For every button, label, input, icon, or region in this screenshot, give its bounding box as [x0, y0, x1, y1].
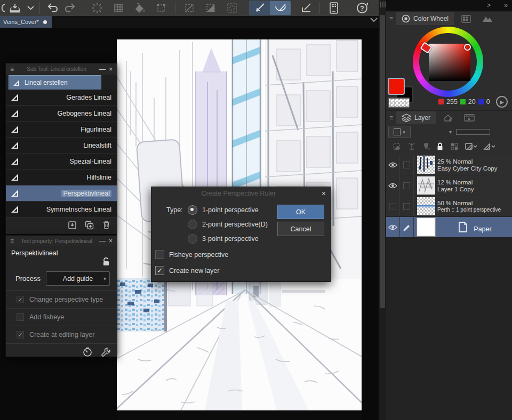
tab-layer[interactable]: Layer — [396, 111, 436, 124]
menu-icon[interactable]: ≡ — [10, 66, 14, 72]
panel-drag-handle[interactable] — [380, 2, 386, 7]
checkbox-checked-icon[interactable]: ✓ — [17, 331, 24, 338]
expand-panel-icon[interactable]: > — [487, 2, 491, 9]
visible-eye-icon[interactable] — [388, 224, 397, 230]
help-icon[interactable]: ? — [351, 1, 373, 15]
blur-filter-icon[interactable] — [86, 1, 108, 15]
ruler-range-icon[interactable] — [483, 142, 495, 151]
radio-3-point[interactable]: 3-point perspective — [188, 234, 259, 244]
chevron-down-icon[interactable] — [25, 1, 36, 15]
mesh-filter-icon[interactable] — [108, 1, 129, 15]
subtool-item[interactable]: Hilfslinie — [6, 169, 117, 185]
tab-close-dot-icon[interactable] — [43, 20, 47, 24]
tab-timeline[interactable] — [460, 111, 478, 124]
bucket-fill-icon[interactable] — [129, 1, 150, 15]
checkbox-checked-icon[interactable]: ✓ — [155, 266, 164, 275]
enable-mask-icon[interactable] — [465, 142, 477, 151]
layer-select-checkbox[interactable] — [403, 203, 410, 210]
deselect-icon[interactable] — [179, 1, 200, 15]
cancel-button[interactable]: Cancel — [277, 222, 324, 236]
layer-select-checkbox[interactable] — [403, 161, 410, 168]
subtool-tab-lineal-erstellen[interactable]: Lineal erstellen — [9, 75, 101, 90]
dialog-titlebar[interactable]: Create Perspective Ruler × — [151, 187, 330, 200]
checkbox-unchecked-icon[interactable] — [155, 250, 164, 259]
fisheye-perspective-checkbox-row[interactable]: Fisheye perspective — [155, 250, 228, 259]
duplicate-subtool-icon[interactable] — [85, 221, 94, 230]
snap-to-perspective-icon[interactable] — [296, 1, 316, 15]
tab-color-mixing[interactable] — [478, 12, 497, 25]
layer-row-perth-1-point-perspective[interactable]: 50 %Normal Perth :: 1 point perspective — [386, 196, 512, 217]
tool-property-titlebar[interactable]: ≡ Tool property: Perspektivlineal — × — [6, 236, 117, 246]
opacity-slider[interactable] — [456, 129, 490, 135]
transform-frame-icon[interactable] — [150, 1, 172, 15]
blend-mode-dropdown[interactable]: ▾ — [449, 129, 452, 135]
invert-selection-icon[interactable] — [200, 1, 221, 15]
hidden-eye-placeholder[interactable] — [389, 203, 396, 210]
delete-subtool-icon[interactable] — [102, 221, 110, 230]
close-icon[interactable]: × — [109, 238, 113, 244]
select-border-icon[interactable] — [221, 1, 243, 15]
option-create-at-editing-layer[interactable]: ✓ Create at editing layer — [6, 326, 117, 344]
layer-row-paper-selected[interactable]: Paper — [386, 217, 512, 238]
clip-to-layer-icon[interactable] — [393, 142, 401, 150]
pin-opacity-icon[interactable]: % — [422, 142, 430, 150]
layer-thumbnail[interactable] — [417, 176, 435, 195]
radio-unselected-icon[interactable] — [188, 234, 197, 244]
import-subtool-icon[interactable] — [68, 221, 77, 230]
wrench-settings-icon[interactable] — [101, 347, 110, 357]
radio-1-point[interactable]: 1-point perspective — [188, 205, 259, 215]
subtool-item[interactable]: Gebogenes Lineal — [6, 106, 117, 122]
tab-color-wheel[interactable]: Color Wheel — [396, 12, 454, 25]
subtool-item[interactable]: Linealstift — [6, 138, 117, 154]
brush-shape-combo[interactable]: ▾ — [388, 126, 411, 138]
radio-2-point[interactable]: 2-point perspective(D) — [188, 220, 268, 229]
radio-unselected-icon[interactable] — [188, 220, 197, 229]
layer-row-layer-1-copy[interactable]: 12 %Normal Layer 1 Copy — [386, 175, 512, 196]
subtool-item[interactable]: Symmetrisches Lineal — [6, 201, 117, 217]
option-change-perspective-type[interactable]: ✓ Change perspective type — [6, 291, 117, 309]
reset-all-icon[interactable] — [83, 347, 92, 357]
subtool-item[interactable]: Figurlineal — [6, 122, 117, 138]
visible-eye-icon[interactable] — [388, 183, 397, 189]
layer-row-easy-cyber-city-copy[interactable]: 25 %Normal Easy Cyber City Copy — [386, 155, 512, 175]
checkbox-checked-icon[interactable]: ✓ — [17, 296, 24, 303]
process-dropdown[interactable]: Add guide ▾ — [46, 271, 110, 286]
radio-selected-icon[interactable] — [188, 205, 197, 215]
panel-scrollbar-thumb[interactable] — [380, 15, 385, 308]
companion-mode-icon[interactable] — [323, 1, 345, 15]
subtool-item[interactable]: Gerades Lineal — [6, 90, 117, 106]
saturation-value-square[interactable] — [429, 44, 470, 81]
onion-skin-icon[interactable] — [407, 142, 416, 150]
lock-transparent-pixels-icon[interactable] — [450, 142, 459, 150]
subtool-item-selected[interactable]: Perspektivlineal — [6, 185, 117, 201]
layer-thumbnail[interactable] — [417, 197, 435, 215]
close-icon[interactable]: × — [109, 66, 113, 72]
checkbox-unchecked-icon[interactable] — [17, 313, 24, 321]
document-tab[interactable]: Veins_Cover* — [0, 16, 52, 28]
ok-button[interactable]: OK — [277, 205, 324, 219]
snap-to-ruler-icon[interactable] — [249, 1, 270, 15]
export-icon[interactable] — [5, 1, 25, 15]
menu-icon[interactable]: ≡ — [389, 115, 393, 121]
tab-layer-property[interactable] — [439, 111, 457, 124]
minimize-icon[interactable]: — — [99, 238, 106, 244]
color-mode-toggle-icon[interactable]: ▶ — [496, 96, 508, 108]
sv-cursor[interactable] — [464, 44, 471, 51]
subtool-titlebar[interactable]: ≡ Sub Tool: Lineal erstellen — × — [6, 63, 117, 75]
canvas-bar-collapse-icon[interactable] — [370, 17, 378, 22]
snap-to-special-ruler-icon[interactable] — [270, 1, 291, 15]
visible-eye-icon[interactable] — [388, 162, 397, 168]
layer-select-checkbox[interactable] — [403, 182, 410, 189]
option-add-fisheye[interactable]: Add fisheye — [6, 309, 117, 326]
subtool-item[interactable]: Spezial-Lineal — [6, 154, 117, 169]
close-icon[interactable]: × — [322, 189, 326, 198]
transparent-color-swatch[interactable] — [388, 98, 410, 108]
minimize-icon[interactable]: — — [99, 66, 106, 72]
unlock-icon[interactable] — [102, 257, 110, 266]
lock-layer-icon[interactable] — [436, 142, 444, 151]
create-new-layer-checkbox-row[interactable]: ✓ Create new layer — [155, 266, 220, 275]
expand-all-panels-icon[interactable]: » — [504, 2, 507, 9]
redo-icon[interactable] — [61, 1, 79, 15]
undo-icon[interactable] — [43, 1, 61, 15]
menu-icon[interactable]: ≡ — [10, 238, 14, 244]
